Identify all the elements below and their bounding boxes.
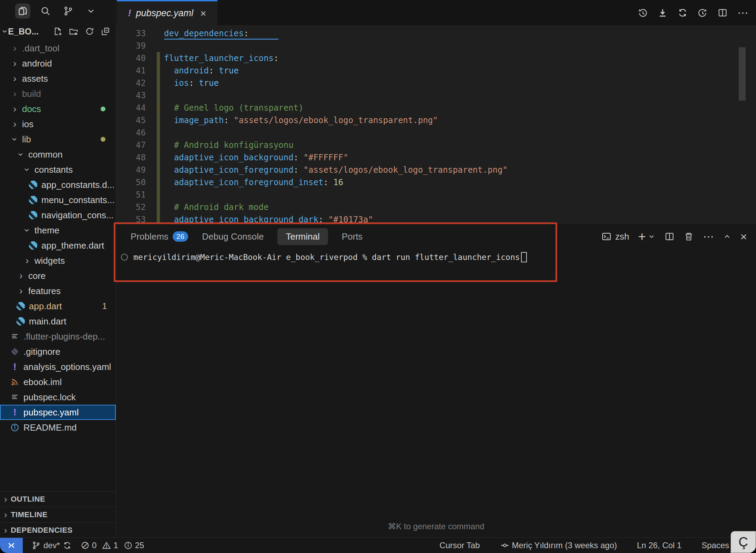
tree-item-theme[interactable]: ›theme [0,223,116,238]
split-editor-icon[interactable] [717,8,728,18]
close-panel-icon[interactable]: × [740,231,747,242]
accent-char-popup[interactable]: Ç [731,531,756,553]
new-terminal-icon[interactable]: + [638,230,646,243]
refresh-clock-icon[interactable] [697,8,708,18]
terminal-output[interactable]: mericyildirim@Meric-MacBook-Air e_book_r… [116,252,756,262]
code-line-44[interactable]: 44 # Genel logo (transparent) [116,102,756,114]
tree-item-pubspec-yaml[interactable]: !pubspec.yaml [0,405,116,420]
tree-item-flutter-plugins-dep[interactable]: .flutter-plugins-dep... [0,329,116,344]
cursor-position[interactable]: Ln 26, Col 1 [637,541,682,550]
tab-pubspec-yaml[interactable]: ! pubspec.yaml × [117,0,217,25]
terminal-instance[interactable]: zsh [601,231,629,242]
collapse-all-icon[interactable] [101,27,110,36]
chevron-down-icon: › [9,135,20,144]
code-line-41[interactable]: 41 android: true [116,64,756,77]
tree-item-app-constants-d[interactable]: app_constants.d... [0,177,116,192]
tree-item-pubspec-lock[interactable]: pubspec.lock [0,390,116,405]
problems-status[interactable]: 0 1 25 [81,541,144,550]
tree-item-android[interactable]: ›android [0,56,116,71]
tree-item-app-theme-dart[interactable]: app_theme.dart [0,238,116,253]
code-line-48[interactable]: 48 adaptive_icon_background: "#FFFFFF" [116,151,756,164]
tree-item-lib[interactable]: ›lib [0,132,116,147]
section-timeline[interactable]: › TIMELINE [0,507,116,522]
new-folder-icon[interactable] [69,27,79,36]
tree-item-gitignore[interactable]: .gitignore [0,344,116,359]
code-token: image_path [174,115,224,125]
panel-tab-debug-console[interactable]: Debug Console [202,231,264,242]
source-control-button[interactable] [61,3,76,19]
remote-indicator[interactable] [0,538,23,553]
tree-item-menu-constants[interactable]: menu_constants... [0,192,116,208]
problem-count-badge: 1 [102,301,107,311]
more-views-button[interactable] [83,3,99,19]
code-line-51[interactable]: 51 [116,189,756,201]
kill-terminal-icon[interactable] [684,231,694,242]
search-button[interactable] [38,3,53,19]
section-dependencies[interactable]: › DEPENDENCIES [0,522,116,538]
more-panel-icon[interactable]: ⋯ [703,231,714,242]
code-line-33[interactable]: 33dev_dependencies: [116,27,756,40]
tree-item-readme-md[interactable]: README.md [0,420,116,435]
tree-item-common[interactable]: ›common [0,147,116,162]
branch-status[interactable]: dev* [32,541,72,550]
sync-changes-icon[interactable] [63,541,72,550]
editor-scrollbar[interactable] [739,47,746,101]
close-icon[interactable]: × [200,8,206,19]
code-token: # Genel logo (transparent) [174,103,304,113]
code-line-49[interactable]: 49 adaptive_icon_foreground: "assets/log… [116,164,756,176]
new-file-icon[interactable] [53,27,63,36]
panel-tab-problems[interactable]: Problems26 [131,231,188,242]
warning-icon [102,541,111,550]
git-blame[interactable]: Meriç Yıldırım (3 weeks ago) [500,541,617,550]
code-line-43[interactable]: 43 [116,89,756,102]
tree-item-ebook-iml[interactable]: ebook.iml [0,374,116,390]
code-line-39[interactable]: 39 [116,40,756,52]
maximize-panel-icon[interactable] [723,232,731,241]
refresh-icon[interactable] [85,27,94,36]
panel-tab-terminal[interactable]: Terminal [277,228,328,245]
tree-item-ios[interactable]: ›ios [0,117,116,132]
history-icon[interactable] [637,8,648,18]
more-actions-icon[interactable]: ⋯ [737,7,748,18]
section-outline[interactable]: › OUTLINE [0,491,116,507]
split-terminal-icon[interactable] [664,231,675,242]
indent-setting[interactable]: Spaces [702,541,729,550]
code-line-50[interactable]: 50 adaptive_icon_foreground_inset: 16 [116,176,756,189]
code-editor[interactable]: 33dev_dependencies:3940flutter_launcher_… [116,25,756,225]
code-line-46[interactable]: 46 [116,127,756,139]
tree-item-label: build [22,89,41,99]
tree-item-features[interactable]: ›features [0,283,116,299]
explorer-button[interactable] [15,3,30,19]
code-line-45[interactable]: 45 image_path: "assets/logos/ebook_logo_… [116,114,756,127]
tree-item-docs[interactable]: ›docs [0,101,116,117]
code-token [164,78,174,88]
terminal-cursor [521,252,527,262]
cursor-tab-status[interactable]: Cursor Tab [440,541,480,550]
terminal-dropdown-icon[interactable] [648,233,655,240]
tree-item-navigation-cons[interactable]: navigation_cons... [0,208,116,223]
code-line-40[interactable]: 40flutter_launcher_icons: [116,52,756,64]
chevron-right-icon: › [10,119,19,130]
tree-item-main-dart[interactable]: main.dart [0,314,116,329]
code-line-47[interactable]: 47 # Android konfigürasyonu [116,139,756,151]
code-line-52[interactable]: 52 # Android dark mode [116,201,756,213]
explorer-header[interactable]: › E_BO... [0,22,116,41]
tree-item-build[interactable]: ›build [0,86,116,101]
tree-item-assets[interactable]: ›assets [0,71,116,86]
code-token [164,103,174,113]
line-number: 49 [116,164,146,176]
chevron-right-icon: › [4,510,7,520]
tree-item-dart-tool[interactable]: ›.dart_tool [0,41,116,56]
tree-item-constants[interactable]: ›constants [0,162,116,177]
sync-icon[interactable] [677,8,688,18]
tree-item-label: widgets [34,255,65,266]
tree-item-widgets[interactable]: ›widgets [0,253,116,268]
tree-item-analysis-options-yaml[interactable]: !analysis_options.yaml [0,359,116,374]
tree-item-core[interactable]: ›core [0,268,116,283]
tree-item-app-dart[interactable]: app.dart1 [0,299,116,314]
code-line-42[interactable]: 42 ios: true [116,77,756,89]
commit-icon [500,541,510,550]
download-icon[interactable] [657,8,668,18]
panel-tab-ports[interactable]: Ports [342,231,363,242]
chevron-right-icon: › [17,270,25,281]
